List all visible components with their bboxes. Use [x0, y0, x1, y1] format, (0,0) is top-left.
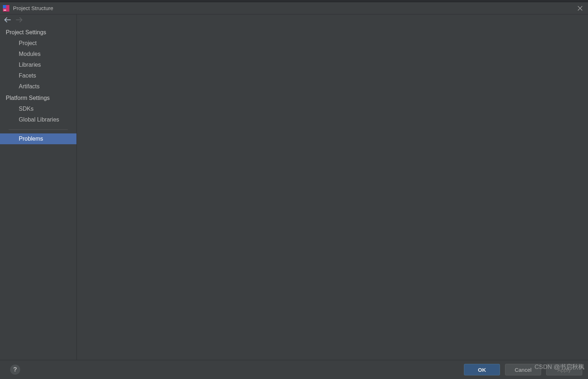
section-header-platform-settings: Platform Settings: [0, 92, 76, 103]
sidebar-item-project[interactable]: Project: [0, 38, 76, 49]
sidebar-divider: [9, 129, 68, 130]
section-header-project-settings: Project Settings: [0, 26, 76, 38]
svg-rect-2: [4, 10, 6, 10]
ok-button[interactable]: OK: [464, 364, 500, 375]
cancel-button[interactable]: Cancel: [505, 364, 541, 375]
main-content: [77, 14, 588, 360]
title-bar: Project Structure: [0, 2, 588, 14]
sidebar: Project Settings Project Modules Librari…: [0, 14, 77, 360]
window-title: Project Structure: [13, 5, 575, 11]
close-icon[interactable]: [575, 3, 585, 13]
back-arrow-icon[interactable]: [4, 17, 11, 24]
sidebar-item-facets[interactable]: Facets: [0, 70, 76, 81]
footer: ? OK Cancel Apply: [0, 360, 588, 379]
body-area: Project Settings Project Modules Librari…: [0, 14, 588, 360]
nav-arrows: [0, 14, 76, 26]
apply-button: Apply: [546, 364, 582, 375]
forward-arrow-icon: [16, 17, 22, 24]
app-icon: [3, 5, 9, 12]
svg-rect-1: [3, 5, 6, 8]
sidebar-item-problems[interactable]: Problems: [0, 133, 76, 144]
sidebar-item-sdks[interactable]: SDKs: [0, 103, 76, 114]
sidebar-item-modules[interactable]: Modules: [0, 49, 76, 60]
help-button[interactable]: ?: [10, 365, 20, 375]
sidebar-item-libraries[interactable]: Libraries: [0, 60, 76, 70]
sidebar-item-artifacts[interactable]: Artifacts: [0, 81, 76, 92]
sidebar-item-global-libraries[interactable]: Global Libraries: [0, 114, 76, 125]
